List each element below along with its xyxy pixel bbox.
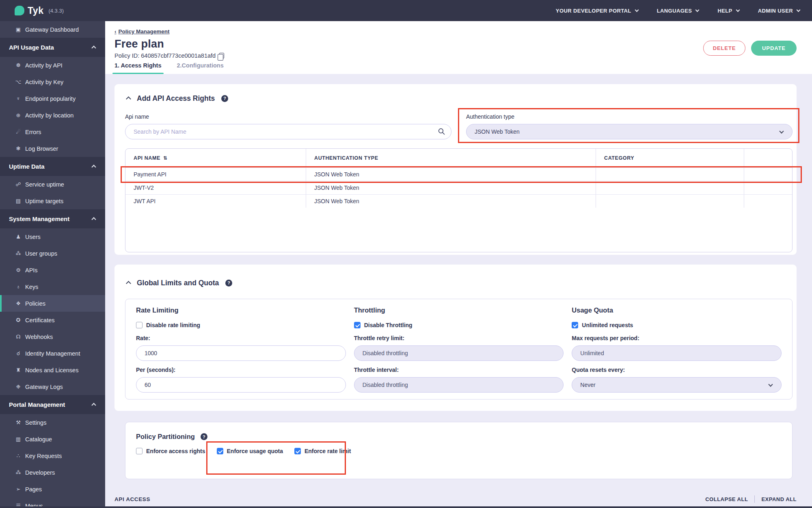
sidebar-item-settings[interactable]: ⚒ Settings [0, 414, 105, 431]
disable-throttling-checkbox[interactable] [354, 322, 361, 328]
menu-help[interactable]: HELP [717, 8, 739, 14]
sort-icon[interactable]: ⇅ [163, 155, 168, 161]
table-header-row: API NAME ⇅ AUTHENTICATION TYPE CATEGORY [125, 149, 792, 167]
update-button[interactable]: UPDATE [751, 41, 797, 56]
chevron-up-icon [91, 217, 96, 221]
sidebar-item-activity-by-location[interactable]: ⊕ Activity by location [0, 107, 105, 124]
unlimited-requests-checkbox[interactable] [572, 322, 578, 328]
sidebar-item-pages[interactable]: ➢ Pages [0, 481, 105, 497]
table-row-payment-api[interactable]: Payment API JSON Web Token [125, 167, 792, 181]
menu-admin-user-label: ADMIN USER [758, 8, 793, 14]
copy-icon[interactable] [219, 53, 224, 59]
bell-icon: ☊ [15, 334, 22, 340]
collapse-chevron-icon[interactable] [126, 96, 131, 102]
tab-configurations[interactable]: 2.Configurations [177, 62, 224, 74]
link-icon: ☌ [15, 350, 22, 356]
page-header: ‹ Policy Management Free plan Policy ID:… [105, 21, 812, 74]
sidebar-item-policies[interactable]: ❖ Policies [0, 295, 105, 312]
help-icon[interactable]: ? [221, 95, 228, 102]
tyk-logo[interactable]: Tyk (4.3.3) [15, 5, 64, 16]
sidebar-item-webhooks[interactable]: ☊ Webhooks [0, 328, 105, 345]
throttle-interval-input: Disabled throttling [354, 377, 564, 393]
sidebar-item-uptime-targets[interactable]: ▤ Uptime targets [0, 193, 105, 209]
sidebar-item-errors[interactable]: ☄ Errors [0, 124, 105, 140]
branch-icon: ♆ [15, 96, 22, 102]
table-row-jwt-api[interactable]: JWT API JSON Web Token [125, 194, 792, 208]
sidebar-item-keys[interactable]: ♁ Keys [0, 278, 105, 295]
menu-developer-portal[interactable]: YOUR DEVELOPER PORTAL [556, 8, 638, 14]
menu-languages-label: LANGUAGES [657, 8, 692, 14]
nodes-icon: ☸ [15, 62, 22, 68]
sidebar-section-uptime-data[interactable]: Uptime Data [0, 157, 105, 176]
tab-access-rights[interactable]: 1. Access Rights [114, 62, 162, 74]
per-seconds-label: Per (seconds): [136, 367, 346, 374]
table-row-jwt-v2[interactable]: JWT-V2 JSON Web Token [125, 181, 792, 194]
sidebar-item-service-uptime[interactable]: ☍ Service uptime [0, 176, 105, 193]
breadcrumb[interactable]: ‹ Policy Management [114, 28, 170, 35]
sidebar-item-user-groups[interactable]: ⁂ User groups [0, 245, 105, 262]
globe-icon: ⊕ [15, 112, 22, 118]
bomb-icon: ☄ [15, 129, 22, 135]
menu-admin-user[interactable]: ADMIN USER [758, 8, 800, 14]
sidebar-item-identity-management[interactable]: ☌ Identity Management [0, 345, 105, 362]
sidebar-item-users[interactable]: ♟ Users [0, 228, 105, 245]
certificate-icon: ✪ [15, 317, 22, 323]
sidebar-item-gateway-dashboard[interactable]: ▣ Gateway Dashboard [0, 21, 105, 38]
max-requests-input: Unlimited [572, 345, 782, 361]
sidebar: ▣ Gateway Dashboard API Usage Data ☸ Act… [0, 21, 105, 508]
sidebar-item-apis[interactable]: ⚙ APIs [0, 262, 105, 278]
back-arrow-icon: ‹ [114, 28, 117, 35]
throttle-retry-limit-label: Throttle retry limit: [354, 335, 564, 342]
auth-type-label: Authentication type [466, 113, 793, 121]
throttling-column: Throttling Disable Throttling Throttle r… [354, 306, 564, 392]
wrench-icon: ⚒ [15, 419, 22, 426]
sidebar-item-catalogue[interactable]: ▥ Catalogue [0, 431, 105, 447]
disable-rate-limiting-checkbox[interactable] [136, 322, 143, 328]
per-seconds-input[interactable] [136, 377, 346, 393]
help-icon[interactable]: ? [225, 280, 232, 287]
users-icon: ⁂ [15, 250, 22, 256]
collapse-all-button[interactable]: COLLAPSE ALL [705, 496, 748, 502]
expand-all-button[interactable]: EXPAND ALL [761, 496, 797, 502]
rate-input[interactable] [136, 345, 346, 361]
max-requests-label: Max requests per period: [572, 335, 782, 342]
quota-resets-label: Quota resets every: [572, 367, 782, 374]
menu-help-label: HELP [717, 8, 732, 14]
collapse-chevron-icon[interactable] [126, 281, 131, 286]
footer-row: API ACCESS COLLAPSE ALL EXPAND ALL [114, 492, 797, 506]
api-name-search-input[interactable] [125, 124, 451, 139]
sidebar-item-certificates[interactable]: ✪ Certificates [0, 312, 105, 328]
sidebar-section-api-usage-data[interactable]: API Usage Data [0, 38, 105, 57]
content-area: Add API Access Rights ? Api name Authent [105, 74, 812, 508]
sidebar-item-key-requests[interactable]: ∴ Key Requests [0, 447, 105, 464]
sidebar-item-log-browser[interactable]: ❃ Log Browser [0, 140, 105, 157]
col-category: CATEGORY [596, 149, 744, 167]
user-icon: ♟ [15, 234, 22, 240]
gears-icon: ⚙ [15, 267, 22, 273]
auth-type-select[interactable]: JSON Web Token [466, 124, 793, 139]
enforce-rate-limit-checkbox[interactable] [294, 448, 301, 454]
sidebar-item-activity-by-key[interactable]: ⌥ Activity by Key [0, 74, 105, 90]
enforce-usage-quota-checkbox[interactable] [217, 448, 223, 454]
sidebar-item-activity-by-api[interactable]: ☸ Activity by API [0, 57, 105, 74]
search-icon [438, 128, 445, 135]
nodes-icon: ☍ [15, 181, 22, 187]
sidebar-item-endpoint-popularity[interactable]: ♆ Endpoint popularity [0, 90, 105, 107]
section-title-access-rights: Add API Access Rights [137, 94, 215, 103]
paper-plane-icon: ➢ [15, 486, 22, 492]
help-icon[interactable]: ? [201, 433, 207, 440]
enforce-access-rights-checkbox[interactable] [136, 448, 143, 454]
usage-quota-title: Usage Quota [572, 306, 782, 315]
badge-icon: ❖ [15, 300, 22, 306]
sidebar-item-nodes-and-licenses[interactable]: ♜ Nodes and Licenses [0, 362, 105, 378]
sidebar-section-system-management[interactable]: System Management [0, 209, 105, 228]
sidebar-item-developers[interactable]: ⁂ Developers [0, 464, 105, 481]
chevron-down-icon [736, 8, 740, 12]
delete-button[interactable]: DELETE [703, 41, 745, 56]
menu-languages[interactable]: LANGUAGES [657, 8, 699, 14]
global-limits-card: Global Limits and Quota ? Rate Limiting … [114, 265, 797, 411]
sidebar-item-gateway-logs[interactable]: ❉ Gateway Logs [0, 378, 105, 395]
bank-icon: ♜ [15, 367, 22, 373]
quota-resets-select[interactable]: Never [572, 377, 782, 393]
sidebar-section-portal-management[interactable]: Portal Management [0, 395, 105, 414]
